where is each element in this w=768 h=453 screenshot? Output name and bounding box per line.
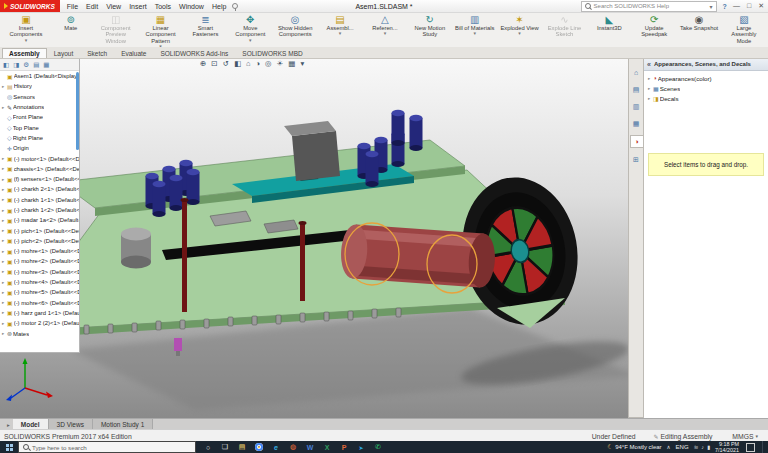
window-control-button[interactable]: ✕ [758, 2, 764, 10]
ribbon-tab[interactable]: Layout [47, 48, 81, 58]
tree-item[interactable]: ▣ Asem1 (Default<Display State [0, 71, 79, 81]
tray-icon[interactable]: ≋ [694, 444, 699, 450]
tree-item[interactable]: ✛ Origin [0, 143, 79, 153]
tree-item[interactable]: ▸ ▣ (-) mohre<4> (Default<<De [0, 277, 79, 287]
task-pane-tab-icon[interactable]: ▦ [630, 118, 642, 129]
task-pane-tab-icon[interactable]: ▥ [630, 101, 642, 112]
tree-item[interactable]: ▸ ▦ Scenes [644, 83, 768, 93]
tree-item[interactable]: ▸ ▣ chassis<1> (Default<<Defa [0, 164, 79, 174]
task-pane-tab-icon[interactable]: ⊞ [630, 154, 642, 165]
taskbar-app-icon[interactable]: ✆ [371, 441, 385, 453]
tray-icon[interactable]: ♪ [701, 444, 704, 450]
taskbar-app-icon[interactable]: ○ [201, 441, 215, 453]
ribbon-tab[interactable]: SOLIDWORKS Add-Ins [153, 48, 235, 58]
taskbar-app-icon[interactable]: ◍ [286, 441, 300, 453]
headsup-icon[interactable]: ◎ [265, 59, 272, 68]
taskbar-app-icon[interactable]: X [320, 441, 334, 453]
taskbar-app-icon[interactable]: ❏ [218, 441, 232, 453]
tree-item[interactable]: ▸ ▣ (-) mohre<1> (Default<<De [0, 246, 79, 256]
ribbon-button[interactable]: ✶ Exploded View ▾ [498, 13, 542, 48]
action-center-icon[interactable] [746, 443, 755, 452]
ribbon-button[interactable]: ▦ Linear Component Pattern ▾ [139, 13, 183, 48]
feature-manager-tab-icon[interactable]: ▦ [43, 61, 49, 69]
menu-item[interactable]: Tools [155, 3, 171, 10]
tree-item[interactable]: ▸ ▤ History [0, 81, 79, 91]
ribbon-tab[interactable]: SOLIDWORKS MBD [235, 48, 309, 58]
ribbon-button[interactable]: ◣ Instant3D [587, 13, 631, 48]
search-dropdown-arrow-icon[interactable]: ▾ [710, 3, 713, 10]
tree-item[interactable]: ▸ ✎ Annotations [0, 102, 79, 112]
taskbar-app-icon[interactable]: P [337, 441, 351, 453]
headsup-icon[interactable]: ⊕ [200, 59, 206, 68]
status-item[interactable]: ✎ Editing Assembly [654, 433, 715, 440]
menu-item[interactable]: Window [179, 3, 204, 10]
taskbar-app-icon[interactable]: ➤ [354, 441, 368, 453]
feature-manager-tab-icon[interactable]: ◨ [13, 61, 19, 69]
task-pane-tab-icon[interactable]: ⌂ [630, 67, 642, 78]
feature-manager-tab-icon[interactable]: ▤ [33, 61, 39, 69]
tree-item[interactable]: ▸ ▣ (-) charkh 2<1> (Default<<D [0, 184, 79, 194]
tree-item[interactable]: ▸ ▣ (-) mohre<6> (Default<<D [0, 298, 79, 308]
ribbon-button[interactable]: ⊚ Mate [49, 13, 93, 48]
tree-item[interactable]: ▸ ▣ (-) madar 1a<2> (Default< [0, 215, 79, 225]
ribbon-button[interactable]: ✥ Move Component ▾ [228, 13, 272, 48]
ribbon-tab[interactable]: Evaluate [114, 48, 153, 58]
headsup-icon[interactable]: ◑ [256, 59, 261, 68]
menu-item[interactable]: Insert [129, 3, 147, 10]
task-pane-tab-icon[interactable]: ◑ [630, 135, 643, 148]
hidden-icons-chevron[interactable]: ∧ [667, 444, 671, 450]
headsup-icon[interactable]: ↺ [223, 59, 229, 68]
tree-item[interactable]: ▸ ◑ Appearances(color) [644, 73, 768, 83]
window-control-button[interactable]: — [733, 2, 740, 10]
pin-icon[interactable] [232, 3, 238, 9]
tree-item[interactable]: ▸ ▣ (-) pich<2> (Default<<Defa [0, 236, 79, 246]
tree-item[interactable]: ▸ ▣ (-) charkh 1<2> (Default<< [0, 205, 79, 215]
start-button[interactable] [0, 441, 18, 453]
show-desktop-button[interactable] [762, 441, 765, 453]
taskbar-app-icon[interactable]: e [269, 441, 283, 453]
weather-widget[interactable]: ☾ 94°F Mostly clear [607, 443, 661, 451]
tree-scrollbar[interactable] [76, 72, 79, 150]
menu-item[interactable]: Edit [86, 3, 98, 10]
status-item[interactable]: Under Defined [590, 433, 638, 440]
feature-manager-tab-icon[interactable]: ◧ [3, 61, 9, 69]
tree-item[interactable]: ▸ ▣ (-) motor<1> (Default<<Def [0, 153, 79, 163]
solidworks-logo[interactable]: SOLIDWORKS [0, 0, 60, 12]
ribbon-button[interactable]: ▤ Assembl... ▾ [318, 13, 362, 48]
help-search-box[interactable]: Search SOLIDWORKS Help ▾ [581, 1, 717, 12]
headsup-icon[interactable]: ◧ [234, 59, 241, 68]
tree-item[interactable]: ▸ ▣ (-) harz gard 1<1> (Default< [0, 308, 79, 318]
ribbon-button[interactable]: ↻ New Motion Study [408, 13, 452, 48]
taskbar-app-icon[interactable]: ▤ [235, 441, 249, 453]
ribbon-button[interactable]: ▣ Insert Components ▾ [4, 13, 48, 48]
status-item[interactable]: MMGS ▾ [730, 433, 758, 440]
tree-item[interactable]: ▸ ▣ (-) mohre<2> (Default<<D [0, 256, 79, 266]
ribbon-button[interactable]: ⟳ Update Speedpak [632, 13, 676, 48]
headsup-icon[interactable]: ⌂ [246, 59, 251, 68]
ribbon-tab[interactable]: Assembly [2, 48, 47, 58]
taskbar-clock[interactable]: 9:18 PM 7/14/2021 [715, 441, 739, 453]
tree-item[interactable]: ◇ Top Plane [0, 122, 79, 132]
tree-item[interactable]: ▸ ▣ (-) pich<1> (Default<<Defaul [0, 225, 79, 235]
language-indicator[interactable]: ENG [676, 444, 689, 450]
tree-item[interactable]: ◎ Sensors [0, 92, 79, 102]
feature-manager-tab-icon[interactable]: ⚙ [23, 61, 29, 69]
tree-item[interactable]: ▸ ▣ (-) motor 2 (2)<1> (Default< [0, 318, 79, 328]
tree-item[interactable]: ◇ Right Plane [0, 133, 79, 143]
tree-item[interactable]: ▸ ▣ (f) sensers<1> (Default<<Def [0, 174, 79, 184]
tree-item[interactable]: ▸ ▣ (-) mohre<3> (Default<<De [0, 267, 79, 277]
headsup-icon[interactable]: ▾ [300, 59, 304, 68]
left-motor-cylinder[interactable] [121, 228, 151, 269]
menu-item[interactable]: View [106, 3, 121, 10]
ribbon-button[interactable]: ◫ Component Preview Window [94, 13, 138, 48]
ribbon-button[interactable]: ▥ Bill of Materials ▾ [453, 13, 497, 48]
tree-item[interactable]: ▸ ▣ (-) charkh 1<1> (Default<< [0, 195, 79, 205]
collapse-icon[interactable]: « [647, 61, 651, 68]
taskbar-search-input[interactable]: Type here to search [18, 441, 196, 453]
window-control-button[interactable]: □ [747, 2, 751, 10]
tree-item[interactable]: ▸ ▣ (-) mohre<5> (Default<<De [0, 287, 79, 297]
tree-item[interactable]: ◇ Front Plane [0, 112, 79, 122]
tree-item[interactable]: ▸ ⊚ Mates [0, 328, 79, 338]
headsup-icon[interactable]: ⊡ [211, 59, 217, 68]
help-button[interactable]: ? [723, 3, 727, 10]
